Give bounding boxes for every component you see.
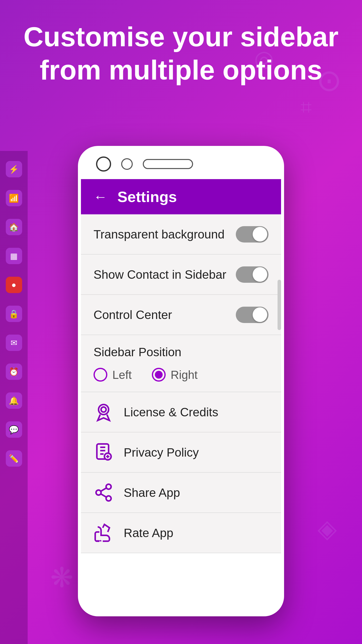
radio-left-label: Left [112, 368, 132, 382]
share-icon [94, 482, 114, 503]
hero-title-line2: from multiple options [20, 53, 342, 87]
svg-point-0 [99, 405, 109, 415]
sidebar-position-label: Sidebar Position [94, 345, 268, 359]
control-center-label: Control Center [94, 308, 172, 322]
sidebar-icon-home: 🏠 [6, 219, 22, 235]
radio-left-circle[interactable] [94, 368, 107, 382]
sidebar-icon-circle: ● [6, 277, 22, 293]
share-app-row[interactable]: Share App [81, 473, 281, 513]
sidebar-icon-edit: ✏️ [6, 450, 22, 467]
show-contact-row[interactable]: Show Contact in Sidebar [81, 255, 281, 295]
sensor-circle [121, 158, 133, 170]
settings-header: ← Settings [81, 179, 281, 214]
settings-list: Transparent background Show Contact in S… [81, 214, 281, 553]
thumbsup-icon [94, 523, 114, 543]
svg-point-6 [106, 496, 111, 501]
hero-title-line1: Customise your sidebar [20, 20, 342, 53]
medal-icon [94, 402, 114, 422]
sidebar-icon-chat: 💬 [6, 421, 22, 438]
show-contact-label: Show Contact in Sidebar [94, 268, 226, 281]
sidebar-icon-grid: ▦ [6, 248, 22, 264]
license-row[interactable]: License & Credits [81, 392, 281, 432]
radio-group: Left Right [94, 368, 268, 382]
sidebar-icon-wifi: 📶 [6, 190, 22, 206]
hero-heading: Customise your sidebar from multiple opt… [0, 20, 362, 87]
show-contact-toggle[interactable] [236, 266, 268, 283]
rate-app-row[interactable]: Rate App [81, 513, 281, 553]
svg-point-5 [96, 490, 101, 495]
phone-topbar [81, 149, 281, 179]
privacy-policy-label: Privacy Policy [124, 446, 199, 459]
radio-right-label: Right [171, 368, 198, 382]
phone-mockup: ← Settings Transparent background Show C… [78, 146, 284, 616]
svg-point-1 [101, 407, 106, 412]
scroll-indicator [278, 280, 281, 330]
sidebar-icon-lock: 🔒 [6, 306, 22, 322]
radio-right-circle[interactable] [152, 368, 166, 382]
sidebar-icon-clock: ⏰ [6, 364, 22, 380]
radio-right[interactable]: Right [152, 368, 198, 382]
camera-circle [96, 156, 111, 172]
privacy-policy-row[interactable]: Privacy Policy [81, 432, 281, 473]
back-button[interactable]: ← [94, 190, 107, 204]
sidebar-icon-flash: ⚡ [6, 161, 22, 177]
transparent-background-row[interactable]: Transparent background [81, 214, 281, 255]
license-label: License & Credits [124, 405, 218, 419]
share-app-label: Share App [124, 486, 180, 500]
transparent-background-toggle[interactable] [236, 226, 268, 243]
rate-app-label: Rate App [124, 526, 173, 540]
document-icon [94, 442, 114, 462]
sidebar-strip: ⚡ 📶 🏠 ▦ ● 🔒 ✉ ⏰ 🔔 💬 ✏️ [0, 151, 28, 644]
control-center-row[interactable]: Control Center [81, 295, 281, 335]
svg-line-8 [101, 488, 107, 491]
svg-point-4 [106, 484, 111, 489]
control-center-toggle[interactable] [236, 307, 268, 323]
transparent-background-label: Transparent background [94, 227, 224, 241]
speaker-pill [143, 159, 193, 169]
svg-line-7 [101, 494, 107, 497]
radio-left[interactable]: Left [94, 368, 132, 382]
sidebar-position-row: Sidebar Position Left Right [81, 335, 281, 392]
sidebar-icon-mail: ✉ [6, 335, 22, 351]
settings-title: Settings [117, 188, 177, 206]
sidebar-icon-bell: 🔔 [6, 392, 22, 409]
